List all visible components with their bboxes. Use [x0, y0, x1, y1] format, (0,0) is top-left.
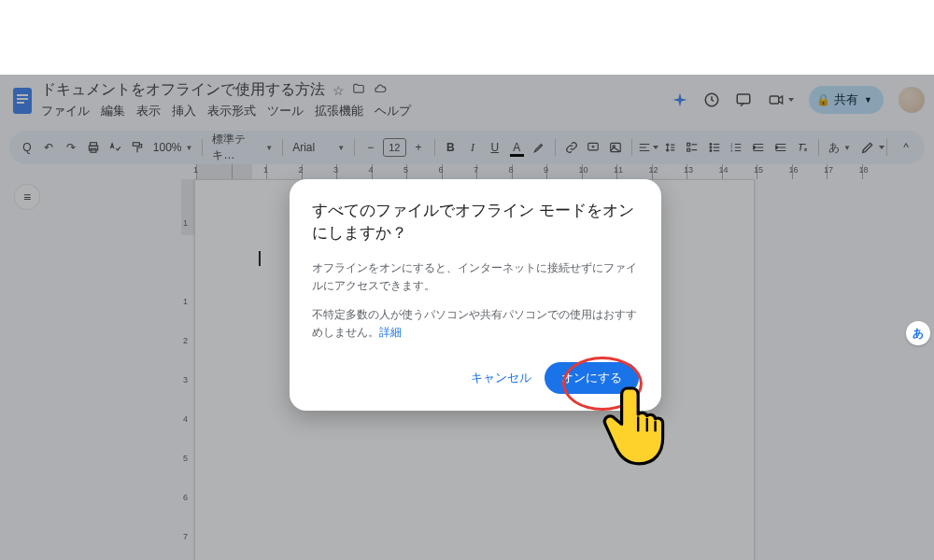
highlight-button[interactable] — [529, 136, 549, 159]
insert-link-icon[interactable] — [561, 136, 582, 159]
dialog-title: すべてのファイルでオフライン モードをオンにしますか？ — [312, 200, 639, 245]
share-label: 共有 — [834, 92, 858, 108]
svg-rect-10 — [133, 143, 139, 147]
ruler-tick — [232, 164, 267, 179]
cloud-status-icon[interactable] — [373, 82, 388, 98]
ruler-tick: 7 — [476, 164, 512, 179]
menu-tools[interactable]: ツール — [267, 104, 304, 119]
font-select[interactable]: Arial▼ — [289, 141, 348, 154]
decrease-indent-button[interactable] — [748, 136, 769, 159]
increase-font-icon[interactable]: + — [408, 136, 429, 159]
ruler-tick: 1 — [183, 218, 188, 228]
ruler-tick: 1 — [196, 164, 232, 179]
ruler-tick: 3 — [183, 375, 188, 385]
line-spacing-button[interactable] — [660, 136, 681, 159]
gemini-icon[interactable] — [672, 91, 688, 108]
bold-button[interactable]: B — [441, 136, 461, 159]
align-button[interactable] — [638, 136, 658, 159]
zoom-select[interactable]: 100%▼ — [149, 141, 197, 154]
share-button[interactable]: 🔒 共有 ▼ — [809, 86, 884, 114]
menu-edit[interactable]: 編集 — [101, 104, 125, 119]
ruler-tick: 4 — [372, 164, 407, 179]
increase-indent-button[interactable] — [771, 136, 791, 159]
svg-rect-6 — [770, 96, 778, 104]
ruler-tick: 1 — [183, 297, 188, 306]
toolbar: Q ↶ ↷ 100%▼ 標準テキ…▼ Arial▼ − 12 + B I U A — [9, 131, 925, 164]
page-top-whitespace — [0, 0, 934, 75]
move-folder-icon[interactable] — [352, 82, 365, 98]
collapse-toolbar-icon[interactable]: ^ — [895, 136, 917, 159]
ruler-tick: 2 — [183, 336, 188, 345]
add-comment-icon[interactable] — [583, 136, 603, 159]
ruler-tick: 9 — [546, 164, 582, 179]
paragraph-style-select[interactable]: 標準テキ…▼ — [208, 132, 276, 163]
docs-logo-icon[interactable] — [9, 84, 35, 118]
account-avatar[interactable] — [899, 87, 925, 113]
ruler-tick: 6 — [442, 164, 477, 179]
menu-format[interactable]: 表示形式 — [207, 104, 256, 119]
svg-text:3: 3 — [730, 149, 732, 153]
horizontal-ruler[interactable]: 1123456789101112131415161718 — [0, 164, 934, 179]
bulleted-list-button[interactable] — [704, 136, 725, 159]
paint-format-icon[interactable] — [127, 136, 148, 159]
header: ドキュメントをオフラインで使用する方法 ☆ ファイル 編集 表示 挿入 表示形式… — [0, 75, 934, 131]
clear-formatting-button[interactable] — [792, 136, 813, 159]
svg-rect-14 — [687, 143, 690, 146]
ruler-tick: 3 — [336, 164, 372, 179]
menu-bar: ファイル 編集 表示 挿入 表示形式 ツール 拡張機能 ヘルプ — [41, 104, 672, 119]
editing-mode-button[interactable] — [856, 136, 879, 159]
ruler-tick: 4 — [183, 414, 188, 424]
svg-rect-2 — [17, 98, 28, 100]
meet-icon[interactable] — [767, 92, 794, 107]
history-icon[interactable] — [703, 91, 720, 108]
svg-point-16 — [710, 144, 712, 146]
redo-icon[interactable]: ↷ — [61, 136, 81, 159]
svg-rect-5 — [737, 94, 750, 104]
print-icon[interactable] — [83, 136, 104, 159]
spellcheck-icon[interactable] — [106, 136, 126, 159]
ruler-tick: 7 — [183, 532, 188, 541]
ruler-tick: 17 — [827, 164, 862, 179]
document-title[interactable]: ドキュメントをオフラインで使用する方法 — [41, 80, 325, 100]
font-size-input[interactable]: 12 — [383, 138, 406, 157]
italic-button[interactable]: I — [462, 136, 483, 159]
ruler-tick: 16 — [792, 164, 828, 179]
menu-insert[interactable]: 挿入 — [172, 104, 196, 119]
underline-button[interactable]: U — [485, 136, 505, 159]
ruler-tick: 5 — [183, 454, 188, 463]
chevron-down-icon: ▼ — [864, 95, 872, 105]
ruler-tick: 10 — [582, 164, 617, 179]
ruler-tick: 11 — [616, 164, 652, 179]
svg-point-18 — [710, 150, 712, 152]
menu-help[interactable]: ヘルプ — [375, 104, 411, 119]
dialog-body-line2: 不特定多数の人が使うパソコンや共有パソコンでの使用はおすすめしません。詳細 — [312, 306, 639, 342]
menu-view[interactable]: 表示 — [136, 104, 161, 119]
comments-icon[interactable] — [735, 91, 752, 108]
input-tools-button[interactable]: あ▼ — [825, 140, 855, 156]
ruler-tick: 1 — [266, 164, 302, 179]
ruler-tick: 12 — [652, 164, 687, 179]
numbered-list-button[interactable]: 123 — [726, 136, 746, 159]
ruler-tick: 6 — [183, 493, 188, 502]
checklist-button[interactable] — [682, 136, 702, 159]
menu-extensions[interactable]: 拡張機能 — [315, 104, 363, 119]
document-outline-toggle[interactable]: ≡ — [15, 185, 39, 209]
menu-file[interactable]: ファイル — [41, 104, 90, 119]
translate-badge-icon[interactable]: あ — [906, 321, 930, 345]
svg-rect-0 — [13, 88, 32, 114]
learn-more-link[interactable]: 詳細 — [379, 326, 402, 339]
ruler-tick: 14 — [722, 164, 757, 179]
insert-image-icon[interactable] — [605, 136, 626, 159]
svg-rect-15 — [687, 148, 690, 151]
decrease-font-icon[interactable]: − — [361, 136, 381, 159]
annotation-pointer-hand-icon — [598, 379, 672, 472]
undo-icon[interactable]: ↶ — [39, 136, 60, 159]
text-color-button[interactable]: A — [507, 136, 528, 159]
star-icon[interactable]: ☆ — [333, 83, 345, 98]
docs-app: ドキュメントをオフラインで使用する方法 ☆ ファイル 編集 表示 挿入 表示形式… — [0, 75, 934, 560]
search-menus-icon[interactable]: Q — [17, 136, 37, 159]
cancel-button[interactable]: キャンセル — [463, 364, 539, 392]
ruler-tick: 18 — [862, 164, 898, 179]
ruler-tick: 5 — [406, 164, 442, 179]
vertical-ruler[interactable]: 112345678 — [181, 179, 194, 560]
